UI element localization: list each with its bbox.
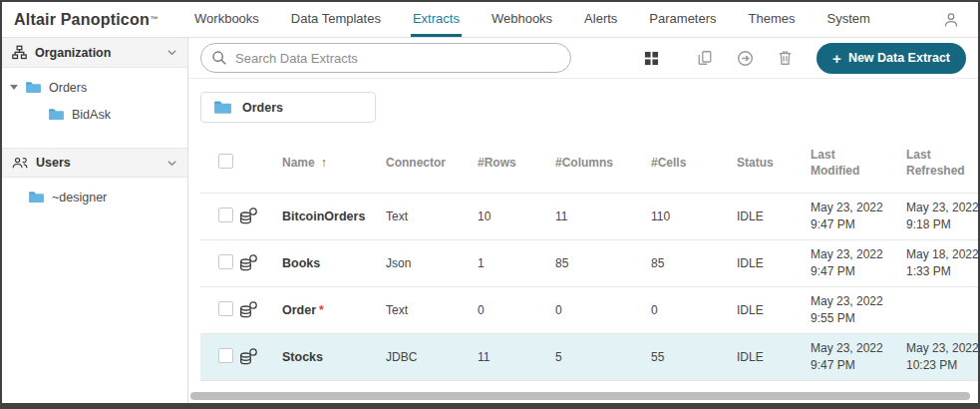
data-extract-icon [238, 300, 278, 320]
folder-icon [25, 81, 42, 94]
folder-icon [48, 108, 65, 121]
user-profile-icon[interactable] [942, 2, 978, 37]
column-header-columns[interactable]: #Columns [555, 137, 651, 194]
main-content: + New Data Extract Orders [188, 38, 978, 403]
nav-item-system[interactable]: System [825, 2, 872, 37]
column-header-name[interactable]: Name↑ [282, 137, 386, 194]
extract-connector: Text [386, 194, 478, 240]
extract-num-columns: 0 [555, 287, 651, 334]
search-input[interactable] [235, 51, 560, 66]
nav-item-workbooks[interactable]: Workbooks [192, 2, 261, 37]
row-checkbox[interactable] [218, 254, 233, 269]
plus-icon: + [832, 50, 841, 67]
extract-status: IDLE [737, 240, 811, 287]
current-folder-chip[interactable]: Orders [200, 92, 376, 123]
extract-num-cells: 55 [651, 334, 737, 381]
table-row[interactable]: Order* Text 0 0 0 IDLE May 23, 20229:55 … [200, 287, 978, 334]
extract-status: IDLE [737, 194, 811, 240]
app-window: Altair Panopticon™ Workbooks Data Templa… [0, 0, 980, 409]
extracts-table-wrap: Name↑ Connector #Rows #Columns #Cells St… [188, 123, 978, 381]
column-header-rows[interactable]: #Rows [478, 137, 555, 194]
column-header-status[interactable]: Status [737, 137, 811, 194]
extract-last-modified: May 23, 20229:47 PM [811, 240, 906, 287]
table-row[interactable]: Stocks JDBC 11 5 55 IDLE May 23, 20229:4… [200, 334, 978, 381]
search-box[interactable] [200, 43, 571, 73]
main-nav: Workbooks Data Templates Extracts Webhoo… [192, 2, 872, 37]
tree-item-bidask[interactable]: BidAsk [2, 101, 187, 128]
extract-num-cells: 110 [651, 194, 737, 240]
extract-num-cells: 85 [651, 240, 737, 287]
tree-item-orders[interactable]: Orders [2, 74, 187, 101]
nav-item-data-templates[interactable]: Data Templates [289, 2, 383, 37]
column-header-connector[interactable]: Connector [386, 137, 478, 194]
extract-num-columns: 85 [555, 240, 651, 287]
toolbar: + New Data Extract [188, 38, 978, 79]
tree-item-label: ~designer [52, 191, 107, 204]
tree-item-designer[interactable]: ~designer [2, 184, 187, 210]
sidebar-section-label: Organization [35, 46, 111, 60]
nav-item-alerts[interactable]: Alerts [582, 2, 619, 37]
sidebar-section-label: Users [36, 156, 71, 170]
extract-last-refreshed: May 23, 20229:18 PM [906, 194, 978, 240]
row-checkbox[interactable] [218, 301, 233, 316]
users-icon [12, 156, 28, 170]
sidebar: Organization Orders [2, 38, 188, 403]
users-tree: ~designer [2, 178, 187, 230]
data-extract-icon [238, 347, 278, 367]
grid-view-icon[interactable] [639, 46, 663, 70]
extract-last-modified: May 23, 20229:55 PM [811, 287, 906, 334]
sort-ascending-icon: ↑ [321, 156, 327, 170]
extract-last-modified: May 23, 20229:47 PM [811, 194, 906, 240]
app-logo-text: Altair Panopticon [14, 11, 150, 29]
copy-icon[interactable] [693, 46, 717, 70]
extract-num-rows: 0 [478, 287, 555, 334]
breadcrumb: Orders [188, 79, 978, 123]
page-body: Organization Orders [2, 38, 978, 403]
nav-item-parameters[interactable]: Parameters [647, 2, 718, 37]
row-checkbox[interactable] [218, 348, 233, 363]
horizontal-scrollbar[interactable] [190, 392, 970, 400]
extract-last-refreshed: May 23, 202210:23 PM [906, 334, 978, 381]
extract-name: BitcoinOrders [282, 209, 365, 223]
nav-item-webhooks[interactable]: Webhooks [490, 2, 554, 37]
trademark-symbol: ™ [151, 15, 159, 24]
extract-num-rows: 11 [478, 334, 555, 381]
extract-last-refreshed [906, 287, 978, 334]
delete-icon[interactable] [773, 46, 797, 70]
column-header-cells[interactable]: #Cells [651, 137, 737, 194]
toolbar-actions: + New Data Extract [639, 43, 966, 74]
move-to-folder-icon[interactable] [733, 46, 757, 70]
table-row[interactable]: Books Json 1 85 85 IDLE May 23, 20229:47… [200, 240, 978, 287]
nav-item-extracts[interactable]: Extracts [411, 2, 462, 37]
column-header-last-refreshed[interactable]: Last Refreshed [906, 137, 978, 194]
data-extract-icon [238, 253, 278, 273]
chevron-down-icon[interactable] [166, 47, 177, 58]
extract-last-modified: May 23, 20229:47 PM [811, 334, 906, 381]
caret-down-icon[interactable] [10, 85, 18, 90]
extract-name: Books [282, 256, 320, 270]
tree-item-label: BidAsk [72, 108, 111, 122]
folder-icon [213, 100, 232, 115]
new-data-extract-button[interactable]: + New Data Extract [817, 43, 966, 74]
select-all-checkbox[interactable] [218, 154, 233, 169]
sidebar-header-users[interactable]: Users [2, 148, 187, 178]
column-header-last-modified[interactable]: Last Modified [811, 137, 906, 194]
extract-num-rows: 1 [478, 240, 555, 287]
nav-item-themes[interactable]: Themes [747, 2, 798, 37]
top-navigation-bar: Altair Panopticon™ Workbooks Data Templa… [2, 2, 978, 38]
extract-last-refreshed: May 18, 20221:33 PM [906, 240, 978, 287]
extract-name: Stocks [282, 350, 323, 364]
chevron-down-icon[interactable] [166, 158, 177, 169]
search-icon [211, 50, 227, 66]
extract-connector: Text [386, 287, 478, 334]
new-data-extract-label: New Data Extract [848, 51, 950, 65]
sidebar-header-organization[interactable]: Organization [2, 38, 187, 68]
row-checkbox[interactable] [218, 207, 233, 222]
app-logo: Altair Panopticon™ [2, 2, 159, 37]
extract-name: Order [282, 303, 316, 317]
sidebar-section-organization: Organization Orders [2, 38, 187, 148]
table-header-row: Name↑ Connector #Rows #Columns #Cells St… [200, 137, 978, 194]
table-row[interactable]: BitcoinOrders Text 10 11 110 IDLE May 23… [200, 194, 978, 240]
tree-item-label: Orders [49, 81, 87, 95]
extract-connector: JDBC [386, 334, 478, 381]
